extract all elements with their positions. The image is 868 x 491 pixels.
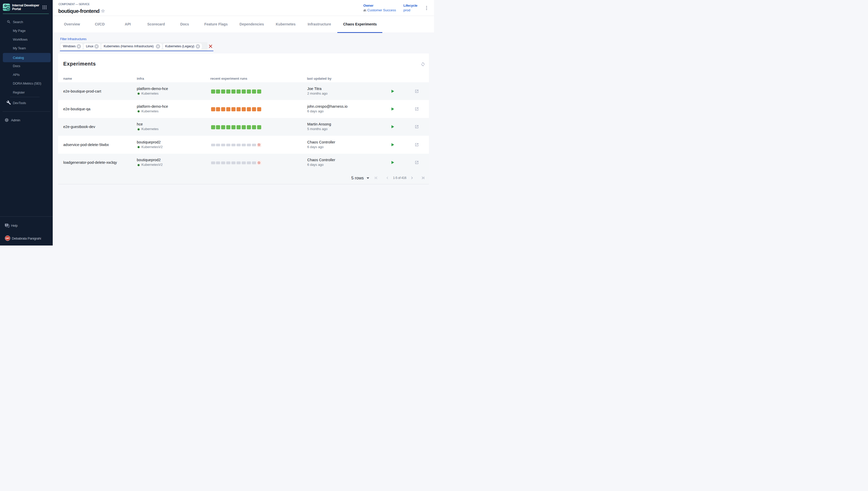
svg-text:?: ?	[6, 224, 7, 226]
